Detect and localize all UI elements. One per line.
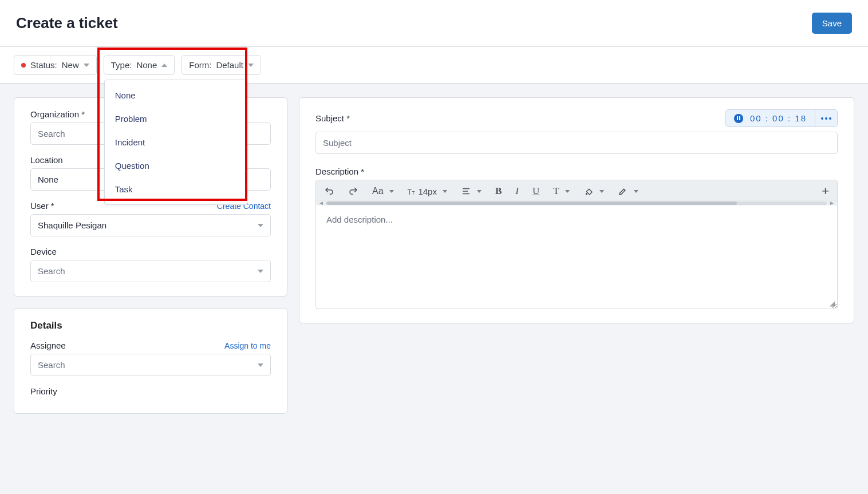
undo-button[interactable]	[322, 185, 337, 197]
redo-icon	[348, 186, 358, 196]
status-dot-icon	[21, 63, 26, 68]
font-size-button[interactable]: TT 14px	[405, 185, 449, 197]
form-filter[interactable]: Form: Default	[182, 55, 261, 75]
type-dropdown: None Problem Incident Question Task	[104, 80, 247, 205]
toolbar-scrollbar[interactable]: ◄ ►	[316, 200, 837, 205]
subject-row: Subject * 00 : 00 : 18	[315, 109, 838, 127]
assign-to-me-link[interactable]: Assign to me	[224, 341, 271, 350]
font-size-icon: TT	[408, 188, 415, 196]
editor-toolbar: Aa TT 14px B I U T	[316, 180, 837, 200]
status-value: New	[62, 60, 79, 70]
device-select[interactable]: Search	[30, 260, 271, 282]
chevron-down-icon	[84, 64, 89, 67]
assignee-label: Assignee	[30, 341, 66, 350]
priority-label: Priority	[30, 386, 271, 396]
undo-icon	[324, 186, 334, 196]
type-option-none[interactable]: None	[105, 84, 247, 107]
chevron-down-icon	[565, 190, 570, 193]
details-heading: Details	[30, 320, 271, 331]
chevron-down-icon	[599, 190, 604, 193]
subject-label: Subject *	[315, 113, 350, 123]
chevron-up-icon	[161, 64, 167, 67]
chevron-down-icon	[248, 64, 254, 67]
align-button[interactable]	[459, 185, 484, 197]
paint-bucket-icon	[583, 186, 594, 196]
subject-placeholder: Subject	[323, 138, 352, 148]
scrollbar-thumb[interactable]	[326, 201, 737, 205]
description-placeholder: Add description...	[326, 215, 393, 224]
pause-icon	[734, 114, 743, 123]
status-prefix: Status:	[30, 60, 57, 70]
scrollbar-track	[326, 201, 827, 205]
location-value: None	[38, 175, 58, 184]
italic-button[interactable]: I	[513, 184, 521, 198]
redo-button[interactable]	[346, 185, 361, 197]
type-option-task[interactable]: Task	[105, 177, 247, 201]
fill-color-button[interactable]	[581, 185, 606, 197]
assignee-placeholder: Search	[38, 360, 65, 370]
chevron-down-icon	[258, 270, 263, 273]
assignee-select[interactable]: Search	[30, 354, 271, 376]
chevron-down-icon	[634, 190, 638, 193]
text-style-icon: T	[553, 185, 559, 197]
resize-handle-icon: ◢	[830, 299, 835, 307]
content-panel: Subject * 00 : 00 : 18 Subject Descripti…	[299, 97, 854, 323]
subject-input[interactable]: Subject	[315, 132, 838, 154]
organization-placeholder: Search	[38, 129, 65, 139]
type-prefix: Type:	[111, 60, 132, 70]
user-label: User *	[30, 201, 54, 211]
underline-button[interactable]: U	[530, 184, 542, 198]
type-option-question[interactable]: Question	[105, 154, 247, 177]
status-filter[interactable]: Status: New	[14, 55, 97, 75]
right-column: Subject * 00 : 00 : 18 Subject Descripti…	[299, 97, 854, 323]
user-value: Shaquille Pesigan	[38, 220, 106, 230]
page-header: Create a ticket Save	[0, 0, 868, 47]
details-panel: Details Assignee Assign to me Search Pri…	[14, 308, 287, 414]
align-icon	[461, 186, 471, 196]
type-option-problem[interactable]: Problem	[105, 107, 247, 131]
font-size-value: 14px	[418, 187, 437, 196]
user-field: User * Create Contact Shaquille Pesigan	[30, 201, 271, 236]
filter-bar: Status: New Type: None None Problem Inci…	[0, 47, 868, 84]
assignee-field: Assignee Assign to me Search	[30, 341, 271, 376]
timer-value: 00 : 00 : 18	[750, 113, 807, 123]
more-icon	[821, 117, 831, 120]
type-value: None	[136, 60, 157, 70]
type-filter[interactable]: Type: None None Problem Incident Questio…	[104, 55, 175, 75]
device-label: Device	[30, 247, 271, 256]
highlighter-icon	[618, 186, 628, 196]
chevron-down-icon	[258, 224, 263, 227]
save-button[interactable]: Save	[812, 13, 852, 34]
chevron-down-icon	[389, 190, 394, 193]
timer-menu-button[interactable]	[815, 110, 837, 127]
form-value: Default	[216, 60, 243, 70]
text-style-button[interactable]: T	[551, 184, 571, 198]
chevron-down-icon	[258, 363, 263, 367]
font-family-button[interactable]: Aa	[370, 185, 396, 197]
page-title: Create a ticket	[16, 14, 118, 32]
description-textarea[interactable]: Add description... ◢	[316, 205, 837, 309]
chevron-down-icon	[443, 190, 447, 193]
type-option-incident[interactable]: Incident	[105, 131, 247, 154]
highlight-button[interactable]	[616, 185, 641, 197]
form-prefix: Form:	[189, 60, 211, 70]
bold-button[interactable]: B	[493, 184, 504, 198]
device-field: Device Search	[30, 247, 271, 282]
description-label: Description *	[315, 167, 838, 176]
chevron-down-icon	[477, 190, 482, 193]
device-placeholder: Search	[38, 266, 65, 276]
rich-text-editor: Aa TT 14px B I U T	[315, 180, 838, 309]
timer-widget: 00 : 00 : 18	[725, 109, 838, 127]
priority-field: Priority	[30, 386, 271, 396]
font-family-icon: Aa	[372, 186, 384, 196]
user-select[interactable]: Shaquille Pesigan	[30, 214, 271, 236]
add-more-button[interactable]: +	[819, 184, 831, 199]
timer-display[interactable]: 00 : 00 : 18	[726, 110, 815, 127]
